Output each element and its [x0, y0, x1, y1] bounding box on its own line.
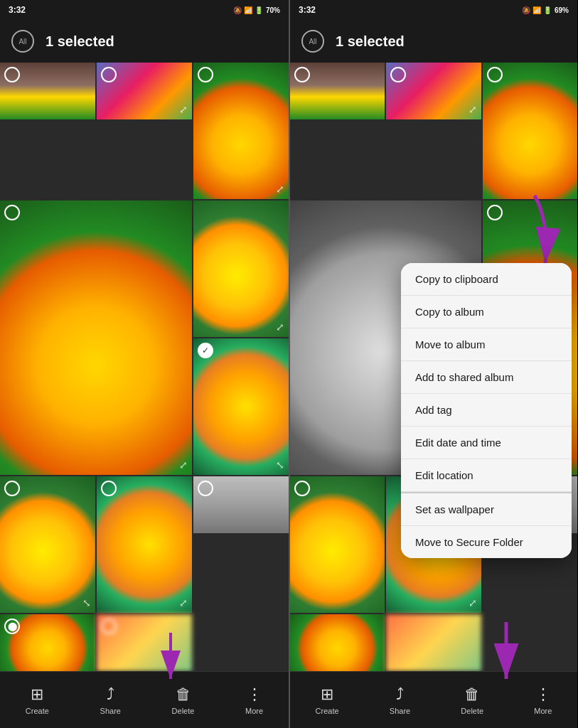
left-check-4[interactable]: ✓ — [198, 343, 213, 358]
right-delete-label: Delete — [461, 707, 483, 715]
left-phone-panel: 3:32 🔕 📶 🔋 70% All 1 selected ⤢ ⤢ ⤢ ✓ — [0, 0, 289, 728]
left-expand-7[interactable]: ⤢ — [179, 597, 188, 609]
right-selected-text: 1 selected — [336, 33, 405, 50]
right-share-label: Share — [390, 707, 410, 715]
right-photo-2[interactable]: ⤢ — [386, 63, 481, 119]
left-more-label: More — [245, 707, 263, 715]
left-photo-grid: ⤢ ⤢ ⤢ ✓ ⤡ ⤢ ⤡ ⤢ ⬤ — [0, 63, 289, 671]
right-check-big[interactable] — [487, 205, 503, 220]
right-create-icon: ⊞ — [321, 685, 333, 704]
left-expand-3[interactable]: ⤢ — [276, 321, 284, 333]
left-photo-4[interactable]: ✓ ⤡ — [193, 338, 289, 475]
left-selected-text: 1 selected — [46, 33, 114, 50]
right-check-5[interactable] — [487, 67, 503, 82]
left-status-icons: 🔕 📶 🔋 70% — [233, 6, 280, 14]
right-phone-panel: 3:32 🔕 📶 🔋 69% All 1 selected ⤢ ⤢ ⤢ — [289, 0, 577, 728]
left-check-1[interactable] — [4, 67, 20, 82]
menu-edit-date[interactable]: Edit date and time — [401, 427, 572, 459]
right-more-label: More — [534, 707, 552, 715]
left-photo-big[interactable]: ⤢ — [0, 200, 192, 475]
left-check-2[interactable] — [101, 67, 117, 82]
right-photo-6[interactable] — [290, 476, 385, 613]
menu-copy-album[interactable]: Copy to album — [401, 296, 572, 328]
right-photo-1[interactable] — [290, 63, 385, 119]
context-menu: Copy to clipboard Copy to album Move to … — [401, 263, 572, 558]
left-time: 3:32 — [9, 5, 26, 15]
left-delete-button[interactable]: 🗑 Delete — [164, 680, 203, 721]
left-bottom-toolbar: ⊞ Create ⤴ Share 🗑 Delete ⋮ More — [0, 671, 289, 728]
left-check-6[interactable] — [4, 481, 20, 496]
left-expand-6[interactable]: ⤡ — [82, 597, 91, 609]
right-status-icons: 🔕 📶 🔋 69% — [522, 6, 569, 14]
left-photo-10[interactable] — [97, 614, 192, 671]
right-check-1[interactable] — [294, 67, 310, 82]
right-header: All 1 selected — [290, 20, 577, 63]
menu-copy-clipboard[interactable]: Copy to clipboard — [401, 263, 572, 296]
right-share-icon: ⤴ — [396, 685, 404, 704]
left-photo-3[interactable]: ⤢ — [193, 200, 289, 337]
more-icon-right: ⋮ — [535, 685, 551, 704]
left-check-10[interactable] — [101, 619, 117, 634]
left-share-button[interactable]: ⤴ Share — [92, 680, 129, 721]
left-check-8[interactable] — [198, 481, 213, 496]
menu-add-tag[interactable]: Add tag — [401, 394, 572, 427]
right-expand-7[interactable]: ⤢ — [469, 597, 477, 609]
left-check-big[interactable] — [4, 205, 20, 220]
right-check-6[interactable] — [294, 481, 310, 496]
left-photo-9[interactable]: ⬤ — [0, 614, 95, 671]
menu-shared-album[interactable]: Add to shared album — [401, 361, 572, 394]
right-bottom-toolbar: ⊞ Create ⤴ Share 🗑 Delete ⋮ More — [290, 671, 577, 728]
more-icon-left: ⋮ — [247, 685, 262, 704]
left-status-bar: 3:32 🔕 📶 🔋 70% — [0, 0, 289, 20]
left-header: All 1 selected — [0, 20, 289, 63]
left-expand-4[interactable]: ⤡ — [276, 459, 284, 471]
left-photo-8[interactable] — [193, 476, 289, 533]
left-share-label: Share — [100, 707, 121, 715]
right-all-button[interactable]: All — [301, 30, 324, 53]
left-all-button[interactable]: All — [11, 30, 34, 53]
left-check-9[interactable]: ⬤ — [4, 619, 20, 634]
left-expand-big[interactable]: ⤢ — [179, 459, 188, 471]
right-check-2[interactable] — [390, 67, 406, 82]
right-all-label: All — [309, 38, 316, 46]
right-time: 3:32 — [299, 5, 316, 15]
left-create-label: Create — [26, 707, 49, 715]
delete-icon: 🗑 — [176, 685, 191, 704]
menu-secure-folder[interactable]: Move to Secure Folder — [401, 526, 572, 558]
share-icon: ⤴ — [107, 685, 114, 704]
right-expand-2[interactable]: ⤢ — [469, 104, 477, 115]
left-photo-1[interactable] — [0, 63, 95, 119]
left-check-7[interactable] — [101, 481, 117, 496]
right-photo-5[interactable] — [483, 63, 577, 199]
left-all-label: All — [18, 38, 26, 46]
left-expand-5[interactable]: ⤢ — [276, 183, 284, 195]
menu-wallpaper[interactable]: Set as wallpaper — [401, 492, 572, 526]
right-selection-info: 1 selected — [336, 33, 405, 50]
left-check-5[interactable] — [198, 67, 213, 82]
left-delete-label: Delete — [172, 707, 195, 715]
left-photo-5[interactable]: ⤢ — [193, 63, 289, 199]
left-more-button[interactable]: ⋮ More — [237, 680, 272, 721]
left-create-button[interactable]: ⊞ Create — [17, 680, 58, 721]
right-photo-10[interactable] — [386, 614, 481, 671]
create-icon: ⊞ — [31, 685, 43, 704]
right-create-button[interactable]: ⊞ Create — [307, 680, 348, 721]
right-status-bar: 3:32 🔕 📶 🔋 69% — [290, 0, 577, 20]
menu-edit-location[interactable]: Edit location — [401, 459, 572, 492]
menu-move-album[interactable]: Move to album — [401, 328, 572, 361]
right-create-label: Create — [316, 707, 339, 715]
left-expand-2[interactable]: ⤢ — [179, 104, 188, 115]
right-delete-button[interactable]: 🗑 Delete — [452, 680, 492, 721]
right-more-button[interactable]: ⋮ More — [525, 680, 560, 721]
right-photo-9[interactable] — [290, 614, 385, 671]
right-delete-icon: 🗑 — [464, 685, 480, 704]
right-share-button[interactable]: ⤴ Share — [381, 680, 419, 721]
left-photo-6[interactable]: ⤡ — [0, 476, 95, 613]
left-photo-7[interactable]: ⤢ — [97, 476, 192, 613]
left-photo-2[interactable]: ⤢ — [97, 63, 192, 119]
left-selection-info: 1 selected — [46, 33, 114, 50]
